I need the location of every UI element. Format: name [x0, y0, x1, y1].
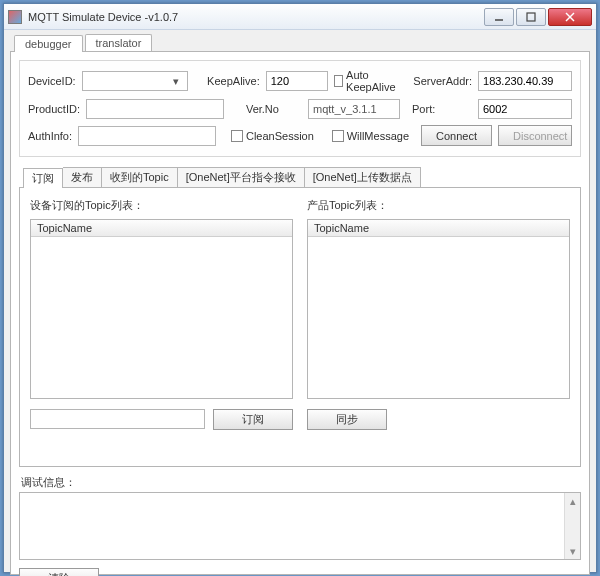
clear-button[interactable]: 清除 — [19, 568, 99, 576]
svg-rect-1 — [527, 13, 535, 21]
sub-tabstrip: 订阅 发布 收到的Topic [OneNet]平台指令接收 [OneNet]上传… — [23, 167, 581, 187]
tab-onenet-upload[interactable]: [OneNet]上传数据点 — [305, 167, 421, 187]
scroll-down-icon: ▾ — [565, 543, 580, 559]
close-button[interactable] — [548, 8, 592, 26]
deviceid-label: DeviceID: — [28, 75, 76, 87]
device-topic-list-label: 设备订阅的Topic列表： — [30, 198, 293, 213]
authinfo-input[interactable] — [78, 126, 216, 146]
verno-field — [308, 99, 400, 119]
product-topic-column: 产品Topic列表： TopicName 同步 — [307, 198, 570, 456]
authinfo-label: AuthInfo: — [28, 130, 72, 142]
scrollbar[interactable]: ▴ ▾ — [564, 493, 580, 559]
chevron-down-icon: ▾ — [169, 75, 183, 88]
auto-keepalive-checkbox[interactable]: Auto KeepAlive — [334, 69, 402, 93]
product-topic-header: TopicName — [308, 220, 569, 237]
cleansession-checkbox[interactable]: CleanSession — [231, 130, 314, 142]
serveraddr-label: ServerAddr: — [413, 75, 472, 87]
deviceid-combo[interactable]: ▾ — [82, 71, 188, 91]
tab-received-topic[interactable]: 收到的Topic — [102, 167, 178, 187]
device-topic-column: 设备订阅的Topic列表： TopicName 订阅 — [30, 198, 293, 456]
productid-input[interactable] — [86, 99, 224, 119]
tab-translator[interactable]: translator — [85, 34, 153, 51]
connection-group: DeviceID: ▾ KeepAlive: Auto KeepAlive Se… — [19, 60, 581, 157]
window-title: MQTT Simulate Device -v1.0.7 — [28, 11, 482, 23]
debugger-panel: DeviceID: ▾ KeepAlive: Auto KeepAlive Se… — [10, 51, 590, 575]
tab-publish[interactable]: 发布 — [63, 167, 102, 187]
debug-info-label: 调试信息： — [21, 475, 581, 490]
titlebar[interactable]: MQTT Simulate Device -v1.0.7 — [4, 4, 596, 30]
device-topic-header: TopicName — [31, 220, 292, 237]
connect-button[interactable]: Connect — [421, 125, 492, 146]
keepalive-input[interactable] — [266, 71, 328, 91]
minimize-button[interactable] — [484, 8, 514, 26]
device-topic-list[interactable]: TopicName — [30, 219, 293, 399]
tab-subscribe[interactable]: 订阅 — [23, 168, 63, 188]
app-window: MQTT Simulate Device -v1.0.7 debugger tr… — [3, 3, 597, 573]
willmessage-checkbox[interactable]: WillMessage — [332, 130, 409, 142]
tab-onenet-cmd[interactable]: [OneNet]平台指令接收 — [178, 167, 305, 187]
subscribe-panel: 设备订阅的Topic列表： TopicName 订阅 产品Topic列表： To… — [19, 187, 581, 467]
port-label: Port: — [412, 103, 472, 115]
product-topic-list-label: 产品Topic列表： — [307, 198, 570, 213]
port-input[interactable] — [478, 99, 572, 119]
subscribe-topic-input[interactable] — [30, 409, 205, 429]
verno-label: Ver.No — [246, 103, 302, 115]
client-area: debugger translator DeviceID: ▾ KeepAliv… — [4, 30, 596, 572]
subscribe-button[interactable]: 订阅 — [213, 409, 293, 430]
debug-output[interactable]: ▴ ▾ — [19, 492, 581, 560]
keepalive-label: KeepAlive: — [207, 75, 260, 87]
product-topic-list[interactable]: TopicName — [307, 219, 570, 399]
main-tabstrip: debugger translator — [14, 34, 590, 51]
maximize-button[interactable] — [516, 8, 546, 26]
disconnect-button[interactable]: Disconnect — [498, 125, 572, 146]
productid-label: ProductID: — [28, 103, 80, 115]
app-icon — [8, 10, 22, 24]
serveraddr-input[interactable] — [478, 71, 572, 91]
sync-button[interactable]: 同步 — [307, 409, 387, 430]
tab-debugger[interactable]: debugger — [14, 35, 83, 52]
scroll-up-icon: ▴ — [565, 493, 580, 509]
